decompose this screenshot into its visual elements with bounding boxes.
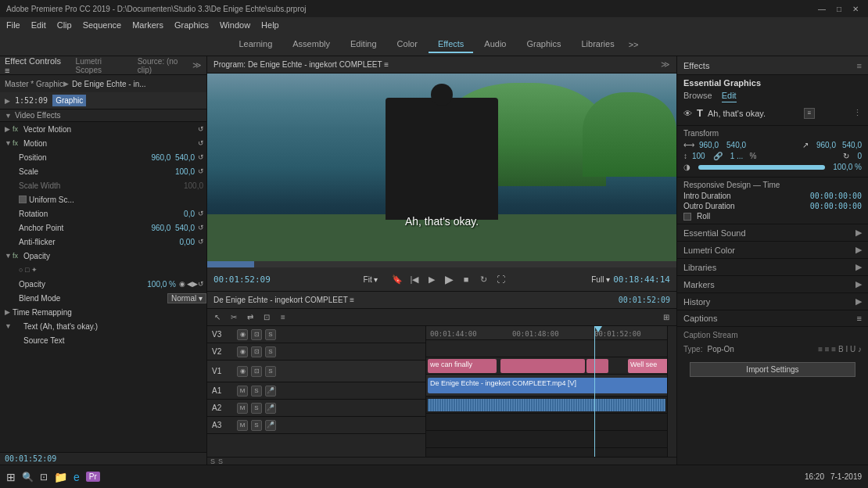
menu-sequence[interactable]: Sequence — [83, 20, 122, 30]
stop-button[interactable]: ■ — [460, 273, 472, 285]
menu-window[interactable]: Window — [220, 20, 250, 30]
v3-solo-button[interactable]: S — [265, 329, 276, 340]
full-dropdown[interactable]: Full ▾ — [591, 275, 610, 284]
reset-icon[interactable]: ↺ — [198, 238, 204, 246]
transform-x-value[interactable]: 960,0 — [699, 141, 719, 149]
uniform-scale-row[interactable]: Uniform Sc... — [0, 192, 206, 206]
align-left-button[interactable]: ≡ — [804, 108, 815, 119]
source-text-row[interactable]: Source Text — [0, 333, 206, 347]
graphic-dropdown[interactable]: Graphic — [52, 95, 86, 106]
step-back-button[interactable]: |◀ — [408, 273, 421, 285]
v2-lock-button[interactable]: ⊡ — [251, 346, 262, 357]
uniform-scale-checkbox[interactable] — [19, 196, 27, 203]
timeline-timecode[interactable]: 00:01:52:09 — [619, 296, 670, 304]
monitor-menu-icon[interactable]: ≫ — [661, 59, 670, 70]
anti-flicker-row[interactable]: Anti-flicker 0,00 ↺ — [0, 235, 206, 249]
explorer-icon[interactable]: 📁 — [54, 471, 67, 483]
tool-ripple[interactable]: ⊡ — [260, 311, 274, 324]
fit-dropdown[interactable]: Fit ▾ — [355, 273, 386, 285]
reset-icon[interactable]: ↺ — [198, 224, 204, 231]
transform-scale-value[interactable]: 100 — [692, 152, 705, 160]
tool-selection[interactable]: ↖ — [210, 311, 224, 324]
menu-clip[interactable]: Clip — [57, 20, 72, 30]
a2-mic-button[interactable]: 🎤 — [265, 403, 276, 414]
clip-we-can-finally[interactable]: we can finally — [428, 359, 497, 373]
premiere-icon[interactable]: Pr — [86, 472, 100, 482]
v1-eye-button[interactable]: ◉ — [237, 366, 248, 377]
libraries-item[interactable]: Libraries ▶ — [677, 259, 868, 276]
position-value[interactable]: 960,0 540,0 — [151, 153, 195, 162]
text-preview-value[interactable]: Ah, that's okay. — [708, 109, 766, 118]
menu-edit[interactable]: Edit — [31, 20, 46, 30]
tool-slip[interactable]: ⇄ — [243, 311, 257, 324]
step-forward-button[interactable]: ▶ — [425, 273, 438, 285]
add-track-button[interactable]: ⊞ — [659, 311, 673, 324]
a2-mute-button[interactable]: M — [237, 403, 248, 414]
essential-sound-item[interactable]: Essential Sound ▶ — [677, 224, 868, 242]
opacity-slider[interactable] — [698, 165, 825, 170]
search-button[interactable]: 🔍 — [22, 472, 34, 483]
close-button[interactable]: ✕ — [849, 5, 862, 13]
a3-mute-button[interactable]: M — [237, 420, 248, 431]
blend-mode-select[interactable]: Normal ▾ — [167, 293, 206, 303]
rotation-value[interactable]: 0,0 — [184, 210, 195, 218]
motion-row[interactable]: ▼ fx Motion ↺ — [0, 136, 206, 150]
vector-motion-row[interactable]: ▶ fx Vector Motion ↺ — [0, 122, 206, 136]
tab-editing[interactable]: Editing — [341, 36, 386, 53]
tab-graphics[interactable]: Graphics — [517, 36, 570, 53]
lumetri-color-item[interactable]: Lumetri Color ▶ — [677, 242, 868, 259]
text-row[interactable]: ▼ Text (Ah, that's okay.) — [0, 319, 206, 333]
browser-icon[interactable]: e — [74, 471, 80, 483]
eye-icon[interactable]: 👁 — [683, 109, 692, 118]
tab-assembly[interactable]: Assembly — [283, 36, 339, 53]
clip-v1-main[interactable]: De Enige Echte - ingekort COMPLEET.mp4 [… — [428, 378, 667, 393]
menu-markers[interactable]: Markers — [132, 20, 163, 30]
transform-y2-value[interactable]: 540,0 — [842, 141, 862, 149]
lumetri-scopes-label[interactable]: Lumetri Scopes — [76, 57, 128, 74]
anchor-point-value[interactable]: 960,0 540,0 — [151, 224, 195, 232]
a3-mic-button[interactable]: 🎤 — [265, 420, 276, 431]
v2-solo-button[interactable]: S — [265, 346, 276, 357]
transform-rotation-value[interactable]: 0 — [857, 152, 862, 160]
v1-lock-button[interactable]: ⊡ — [251, 366, 262, 377]
clip-well-see[interactable]: Well see — [628, 359, 667, 373]
v1-solo-button[interactable]: S — [265, 366, 276, 377]
a1-audio-clip[interactable] — [428, 399, 665, 411]
track-scrollbar[interactable] — [667, 326, 676, 457]
caption-type-value[interactable]: Pop-On — [707, 345, 733, 353]
captions-menu-icon[interactable]: ≡ — [857, 314, 862, 323]
intro-duration-value[interactable]: 00:00:00:00 — [810, 192, 862, 200]
transform-x2-value[interactable]: 960,0 — [816, 141, 836, 149]
scrub-bar[interactable] — [207, 261, 676, 267]
tab-libraries[interactable]: Libraries — [572, 36, 624, 53]
time-remapping-row[interactable]: ▶ Time Remapping — [0, 305, 206, 319]
transform-y-value[interactable]: 540,0 — [726, 141, 746, 149]
tool-razor[interactable]: ✂ — [227, 311, 241, 324]
loop-button[interactable]: ↻ — [477, 273, 490, 285]
markers-item[interactable]: Markers ▶ — [677, 276, 868, 293]
v3-lock-button[interactable]: ⊡ — [251, 329, 262, 340]
minimize-button[interactable]: — — [815, 5, 829, 13]
a3-solo-button[interactable]: S — [251, 420, 262, 431]
opacity-row[interactable]: ▼ fx Opacity — [0, 249, 206, 263]
eg-tab-edit[interactable]: Edit — [722, 91, 737, 102]
rotation-row[interactable]: Rotation 0,0 ↺ — [0, 206, 206, 221]
v2-eye-button[interactable]: ◉ — [237, 346, 248, 357]
anchor-point-row[interactable]: Anchor Point 960,0 540,0 ↺ — [0, 221, 206, 235]
tab-audio[interactable]: Audio — [475, 36, 515, 53]
reset-icon[interactable]: ↺ — [198, 139, 204, 147]
full-screen-button[interactable]: ⛶ — [494, 273, 507, 285]
clip-pink-2[interactable] — [500, 359, 585, 373]
task-view-button[interactable]: ⊡ — [40, 472, 48, 483]
reset-icon[interactable]: ↺ — [198, 210, 204, 217]
reset-icon[interactable]: ↺ — [198, 125, 204, 133]
opacity-percent-row[interactable]: Opacity 100,0 % ◉ ◀ ▶ ↺ — [0, 277, 206, 291]
blend-mode-row[interactable]: Blend Mode Normal ▾ — [0, 291, 206, 305]
import-settings-button[interactable]: Import Settings — [690, 362, 855, 377]
position-row[interactable]: Position 960,0 540,0 ↺ — [0, 150, 206, 164]
a1-mute-button[interactable]: M — [237, 386, 248, 396]
anti-flicker-value[interactable]: 0,00 — [180, 238, 195, 246]
tab-color[interactable]: Color — [388, 36, 427, 53]
eg-tab-browse[interactable]: Browse — [683, 91, 712, 102]
menu-file[interactable]: File — [6, 20, 20, 30]
